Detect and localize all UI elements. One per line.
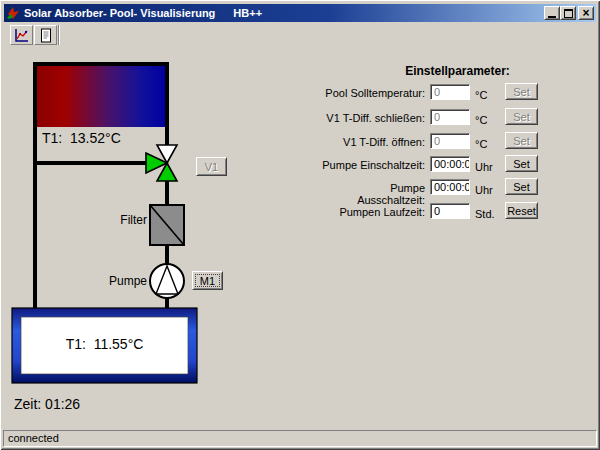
pipe-pump-to-pool	[165, 297, 169, 309]
pipe-filter-to-pump	[165, 244, 169, 266]
time-label: Zeit: 01:26	[14, 396, 80, 412]
close-button[interactable]: ×	[578, 6, 594, 20]
minimize-button[interactable]	[544, 6, 560, 20]
v1-tdiff-schliessen-input[interactable]	[430, 109, 470, 125]
pool-solltemperatur-input[interactable]	[430, 84, 470, 100]
param-row-pumpe-einschaltzeit: Pumpe Einschaltzeit: Uhr Set	[320, 156, 548, 173]
param-label: Pool Solltemperatur:	[320, 87, 425, 99]
pipe-valve-to-filter	[165, 179, 169, 206]
param-label: Pumpe Einschaltzeit:	[320, 159, 425, 171]
settings-header: Einstellparameter:	[370, 64, 545, 78]
param-row-v1-tdiff-oeffnen: V1 T-Diff. öffnen: °C Set	[320, 133, 548, 150]
pumpe-einschaltzeit-input[interactable]	[430, 156, 470, 172]
pumpe-ausschaltzeit-input[interactable]	[430, 179, 470, 195]
param-row-pool-solltemperatur: Pool Solltemperatur: °C Set	[320, 84, 548, 101]
right-pipe-upper	[165, 62, 169, 146]
param-unit: Uhr	[475, 161, 493, 173]
toolbar	[4, 23, 596, 46]
v1-tdiff-oeffnen-input[interactable]	[430, 133, 470, 149]
window-title: Solar Absorber- Pool- Visualisierung	[24, 7, 215, 19]
minimize-icon	[548, 16, 556, 18]
set-button[interactable]: Set	[505, 83, 538, 100]
set-button[interactable]: Set	[505, 132, 538, 149]
set-button[interactable]: Set	[505, 178, 538, 195]
param-unit: °C	[475, 114, 487, 126]
report-toolbar-button[interactable]	[34, 25, 57, 45]
status-bar: connected	[3, 430, 597, 447]
param-label: V1 T-Diff. öffnen:	[320, 136, 425, 148]
param-unit: °C	[475, 138, 487, 150]
param-row-v1-tdiff-schliessen: V1 T-Diff. schließen: °C Set	[320, 109, 548, 126]
collector-gradient	[37, 66, 165, 127]
valve-top-triangle	[157, 145, 177, 163]
filter-box	[150, 205, 184, 245]
pool-temp-label: T1: 11.55°C	[21, 336, 188, 352]
left-pipe	[33, 62, 37, 308]
set-button[interactable]: Set	[505, 155, 538, 172]
app-window: Solar Absorber- Pool- Visualisierung HB+…	[0, 0, 600, 450]
pump-triangle	[156, 266, 178, 294]
chart-toolbar-button[interactable]	[10, 25, 33, 45]
param-unit: Std.	[475, 208, 495, 220]
caption-buttons: ×	[544, 6, 594, 20]
chart-icon	[14, 28, 30, 43]
toolbar-separator	[58, 25, 60, 45]
collector-top-pipe	[33, 62, 169, 66]
param-row-pumpen-laufzeit: Pumpen Laufzeit: Std. Reset	[320, 203, 548, 220]
report-icon	[39, 28, 53, 43]
filter-diagonal	[150, 205, 184, 245]
bypass-pipe	[33, 161, 146, 165]
title-bar: Solar Absorber- Pool- Visualisierung HB+…	[4, 4, 596, 22]
param-unit: Uhr	[475, 184, 493, 196]
param-label: Pumpen Laufzeit:	[320, 206, 425, 218]
param-label: V1 T-Diff. schließen:	[320, 112, 425, 124]
set-button[interactable]: Set	[505, 108, 538, 125]
filter-label: Filter	[95, 213, 147, 227]
maximize-icon	[564, 9, 573, 18]
pump-circle	[150, 264, 184, 298]
reset-button[interactable]: Reset	[505, 202, 538, 219]
valve-left-triangle	[146, 153, 167, 173]
valve-bottom-triangle	[157, 163, 177, 181]
window-title-suffix: HB++	[233, 7, 262, 19]
pumpen-laufzeit-input[interactable]	[430, 203, 470, 219]
close-icon: ×	[582, 8, 589, 18]
valve-v1-button[interactable]: V1	[196, 157, 227, 176]
pump-label: Pumpe	[95, 274, 147, 288]
collector-temp-label: T1: 13.52°C	[42, 130, 121, 146]
maximize-button[interactable]	[560, 6, 576, 20]
motor-m1-button[interactable]: M1	[192, 271, 223, 290]
param-unit: °C	[475, 89, 487, 101]
connection-status: connected	[8, 432, 59, 444]
param-row-pumpe-ausschaltzeit: Pumpe Ausschaltzeit: Uhr Set	[320, 179, 548, 196]
app-icon	[6, 6, 20, 20]
